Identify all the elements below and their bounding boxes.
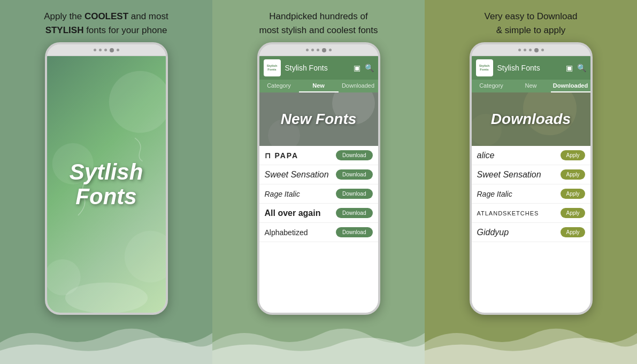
panel-2-text: Handpicked hundreds ofmost stylish and c… xyxy=(248,0,388,42)
font-name: Giddyup xyxy=(477,228,509,237)
app-logo-2: Stylish Fonts xyxy=(264,59,281,76)
font-name: alice xyxy=(477,151,495,160)
phone-top-bar-2 xyxy=(259,44,378,56)
font-item: All over again Download xyxy=(259,204,378,223)
font-list-3: alice Apply Sweet Sensation Apply Rage I… xyxy=(472,146,590,313)
svg-point-2 xyxy=(124,231,165,283)
download-button[interactable]: Download xyxy=(336,189,372,199)
download-button[interactable]: Download xyxy=(336,208,372,218)
tab-category-2[interactable]: Category xyxy=(259,80,299,92)
app-header-icons-3: ▣ 🔍 xyxy=(566,64,586,72)
download-button[interactable]: Download xyxy=(336,150,372,160)
apply-button[interactable]: Apply xyxy=(561,150,585,160)
font-item: ATLANDSKETCHES Apply xyxy=(472,204,590,223)
font-item: Giddyup Apply xyxy=(472,223,590,242)
phone-dot xyxy=(541,49,544,51)
nav-tabs-2: Category New Downloaded xyxy=(259,80,378,92)
tab-new-2[interactable]: New xyxy=(299,80,339,92)
tab-new-3[interactable]: New xyxy=(511,80,551,92)
search-icon[interactable]: 🔍 xyxy=(365,64,374,72)
panel-1-text: Apply the COOLEST and mostSTYLISH fonts … xyxy=(33,0,179,42)
font-item: Sweet Sensation Download xyxy=(259,165,378,184)
phone-dot xyxy=(99,49,102,51)
font-name: Rage Italic xyxy=(477,190,512,198)
font-item: Alphabetized Download xyxy=(259,223,378,242)
app-screen-3: Stylish Fonts Stylish Fonts ▣ 🔍 Category… xyxy=(472,56,590,313)
panel-3-text: Very easy to Download& simple to apply xyxy=(474,0,588,42)
font-name: Rage Italic xyxy=(265,190,300,198)
font-item: ⊓ PAPA Download xyxy=(259,146,378,165)
banner-downloads: Downloads xyxy=(472,92,590,146)
panel-2: Handpicked hundreds ofmost stylish and c… xyxy=(212,0,425,364)
phone-3: Stylish Fonts Stylish Fonts ▣ 🔍 Category… xyxy=(470,42,593,315)
nav-tabs-3: Category New Downloaded xyxy=(472,80,590,92)
window-icon: ▣ xyxy=(354,64,360,72)
phone-dot xyxy=(317,49,319,51)
phone-dot xyxy=(306,49,309,51)
phone-camera xyxy=(322,48,326,52)
phone-1: SytlishFonts xyxy=(45,42,168,315)
bottom-wave-2 xyxy=(212,321,425,364)
tab-downloaded-2[interactable]: Downloaded xyxy=(339,80,378,92)
svg-point-4 xyxy=(65,282,147,313)
svg-point-0 xyxy=(109,71,165,133)
apply-button[interactable]: Apply xyxy=(561,208,585,218)
banner-title-3: Downloads xyxy=(491,111,571,128)
apply-button[interactable]: Apply xyxy=(561,169,585,180)
phone-camera xyxy=(534,48,539,52)
phone-dot xyxy=(117,49,119,51)
phone-dot xyxy=(518,49,521,51)
font-item: Rage Italic Apply xyxy=(472,184,590,204)
app-header-3: Stylish Fonts Stylish Fonts ▣ 🔍 xyxy=(472,56,590,80)
bottom-wave-3 xyxy=(425,321,637,364)
font-item: Rage Italic Download xyxy=(259,184,378,204)
app-title-2: Stylish Fonts xyxy=(285,64,349,72)
splash-screen: SytlishFonts xyxy=(47,56,166,313)
font-item: Sweet Sensation Apply xyxy=(472,165,590,184)
tab-category-3[interactable]: Category xyxy=(472,80,511,92)
panel-3: Very easy to Download& simple to apply S… xyxy=(425,0,637,364)
font-item: alice Apply xyxy=(472,146,590,165)
font-name: ⊓ PAPA xyxy=(265,151,299,160)
phone-top-bar-3 xyxy=(472,44,590,56)
phone-dot xyxy=(311,49,314,51)
app-screen-2: Stylish Fonts Stylish Fonts ▣ 🔍 Category… xyxy=(259,56,378,313)
apply-button[interactable]: Apply xyxy=(561,189,585,199)
banner-new: New Fonts xyxy=(259,92,378,146)
download-button[interactable]: Download xyxy=(336,169,372,180)
phone-dot xyxy=(104,49,107,51)
font-name: Sweet Sensation xyxy=(477,170,541,180)
panel-1: Apply the COOLEST and mostSTYLISH fonts … xyxy=(0,0,212,364)
phone-dot xyxy=(524,49,526,51)
bottom-wave-1 xyxy=(0,321,212,364)
apply-button[interactable]: Apply xyxy=(561,227,585,237)
phone-camera xyxy=(110,48,114,52)
app-header-icons-2: ▣ 🔍 xyxy=(354,64,374,72)
splash-title: SytlishFonts xyxy=(70,160,143,209)
phone-dot xyxy=(94,49,96,51)
phone-2: Stylish Fonts Stylish Fonts ▣ 🔍 Category… xyxy=(257,42,380,315)
tab-downloaded-3[interactable]: Downloaded xyxy=(551,80,590,92)
font-name: Alphabetized xyxy=(265,228,308,237)
font-name: All over again xyxy=(265,208,321,218)
font-list-2: ⊓ PAPA Download Sweet Sensation Download… xyxy=(259,146,378,313)
font-name: Sweet Sensation xyxy=(265,170,329,180)
search-icon[interactable]: 🔍 xyxy=(577,64,586,72)
app-header-2: Stylish Fonts Stylish Fonts ▣ 🔍 xyxy=(259,56,378,80)
font-name: ATLANDSKETCHES xyxy=(477,210,539,216)
download-button[interactable]: Download xyxy=(336,227,372,237)
phone-dot xyxy=(329,49,332,51)
app-title-3: Stylish Fonts xyxy=(497,64,562,72)
phone-top-bar-1 xyxy=(47,44,166,56)
app-logo-3: Stylish Fonts xyxy=(476,59,493,76)
window-icon: ▣ xyxy=(566,64,573,72)
phone-dot xyxy=(529,49,532,51)
banner-title-2: New Fonts xyxy=(281,111,357,128)
